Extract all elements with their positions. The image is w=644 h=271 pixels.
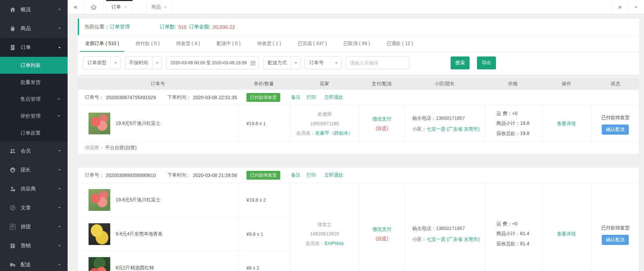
status-tab-to-receive[interactable]: 待收货 ( 1 ) <box>251 36 287 51</box>
users-icon <box>9 148 16 154</box>
tab-orders[interactable]: 订单 × <box>106 0 133 14</box>
delivery-mode-select[interactable]: 配送方式 <box>263 57 301 69</box>
sidebar-item-batch-ship[interactable]: 批量发货 <box>0 74 68 91</box>
price-cell: 运 费：+0 商品小计：19.8 应收总款：19.8 <box>485 105 541 142</box>
supplier-icon <box>9 186 16 192</box>
date-range-input[interactable]: 2020-03-09 00:00 至 2020-03-09 23:59 <box>166 57 259 69</box>
keyword-input[interactable] <box>346 57 409 69</box>
tab-goods[interactable]: 商品 × <box>146 0 172 14</box>
refund-link[interactable]: 立即退款 <box>324 172 343 178</box>
status-tab-cancelled[interactable]: 已取消 ( 49 ) <box>337 36 376 51</box>
sidebar-item-suppliers[interactable]: 供应商 <box>0 179 68 198</box>
print-link[interactable]: 打印 <box>307 94 316 100</box>
price-cell: 运 费：+0 商品小计：61.4 应收总款：61.4 <box>485 183 541 271</box>
remark-link[interactable]: 备注 <box>291 172 301 178</box>
sidebar-item-groupbuy[interactable]: 拼 拼团 <box>0 217 68 236</box>
shipping-value: +0 <box>512 221 517 226</box>
sidebar-item-reviews[interactable]: 评价管理 <box>0 108 68 125</box>
tab-menu-button[interactable]: › <box>628 0 644 14</box>
home-tab-button[interactable] <box>84 0 103 14</box>
sidebar-item-order-settings[interactable]: 订单设置 <box>0 125 68 141</box>
sidebar-subitem-label: 订单列表 <box>20 62 41 69</box>
confirm-delivery-button[interactable]: 确认配送 <box>602 125 629 135</box>
order-type-select[interactable]: 订单类型 <box>83 57 120 69</box>
tab-label: 订单 <box>112 4 121 10</box>
order-items: 19.8元5斤洛川红富士 ¥19.8 x 1 <box>78 105 290 142</box>
status-tab-completed[interactable]: 已完成 ( 437 ) <box>291 36 333 51</box>
sidebar-item-label: 概况 <box>21 6 58 13</box>
status-tab-unpaid[interactable]: 待付款 ( 0 ) <box>129 36 166 51</box>
order-item-row: 19.8元5斤洛川红富士 ¥19.8 x 2 <box>78 183 290 217</box>
operation-cell: 查看详情 <box>541 105 592 142</box>
date-range-value: 2020-03-09 00:00 至 2020-03-09 23:59 <box>170 60 247 66</box>
status-tab-all[interactable]: 全部订单 ( 510 ) <box>79 36 125 51</box>
order-items: 19.8元5斤洛川红富士 ¥19.8 x 2 9.8元4斤东莞本地香蕉 ¥9.8… <box>78 183 290 271</box>
order-body: 19.8元5斤洛川红富士 ¥19.8 x 2 9.8元4斤东莞本地香蕉 ¥9.8… <box>78 183 639 271</box>
groupbuy-icon: 拼 <box>9 224 16 230</box>
sidebar-item-marketing[interactable]: 营销 <box>0 236 68 255</box>
sidebar-item-order-list[interactable]: 订单列表 <box>0 57 68 74</box>
search-button[interactable]: 搜索 <box>451 57 470 69</box>
total-label: 应收总款： <box>497 131 520 136</box>
subtotal-value: 61.4 <box>520 231 529 236</box>
product-image-apples <box>88 189 111 211</box>
print-link[interactable]: 打印 <box>307 172 316 178</box>
chevron-down-icon <box>57 98 60 101</box>
product-name[interactable]: 19.8元5斤洛川红富士 <box>116 120 161 127</box>
payment-cell: 微信支付 (自提) <box>359 183 404 271</box>
view-detail-link[interactable]: 查看详情 <box>557 229 576 239</box>
sidebar: 概况 商品 订单 订单列表 批量发货 售后管理 评价管理 订单设置 <box>0 0 68 271</box>
view-detail-link[interactable]: 查看详情 <box>557 119 576 128</box>
export-button[interactable]: 导出 <box>477 57 496 69</box>
chevron-down-icon <box>152 57 162 69</box>
order-count-label: 订单数: <box>160 24 176 30</box>
chevron-down-icon <box>58 9 61 12</box>
select-value: 配送方式 <box>264 60 291 66</box>
sidebar-item-orders[interactable]: 订单 <box>0 38 68 57</box>
product-name[interactable]: 9.8元4斤东莞本地香蕉 <box>116 231 163 237</box>
order-count-value: 510 <box>178 24 187 30</box>
member-name[interactable]: 史素平（静如水） <box>315 130 353 136</box>
status-tab-delivering[interactable]: 配送中 ( 0 ) <box>211 36 247 51</box>
sidebar-group-orders: 订单 订单列表 批量发货 售后管理 评价管理 订单设置 <box>0 38 68 141</box>
status-tabs: 全部订单 ( 510 ) 待付款 ( 0 ) 待发货 ( 4 ) 配送中 ( 0… <box>78 36 639 52</box>
status-tab-refunded[interactable]: 已退款 ( 12 ) <box>380 36 419 51</box>
order-item-row: 19.8元5斤洛川红富士 ¥19.8 x 1 <box>78 105 290 142</box>
order-header: 订单号： 2020030899356995610 下单时间： 2020-03-0… <box>78 167 639 183</box>
remark-link[interactable]: 备注 <box>291 94 301 100</box>
expand-tabs-right-button[interactable]: » <box>612 0 628 14</box>
status-tab-to-ship[interactable]: 待发货 ( 4 ) <box>170 36 206 51</box>
sidebar-subitem-label: 评价管理 <box>20 113 41 119</box>
close-icon[interactable]: × <box>164 4 167 10</box>
collapse-tabs-left-button[interactable]: « <box>68 0 84 14</box>
order-no-value: 2020030874755491029 <box>106 95 156 100</box>
sidebar-item-overview[interactable]: 概况 <box>0 0 68 19</box>
gift-icon <box>9 243 16 249</box>
community-name[interactable]: 七宝一居 (广东省 东莞市) <box>427 236 480 242</box>
col-header-buyer: 买家 <box>290 78 359 89</box>
member-name[interactable]: EmPress <box>325 241 344 246</box>
leader-phone: 杨生电话：13650171857 <box>412 113 465 123</box>
product-name[interactable]: 19.8元5斤洛川红富士 <box>116 197 161 203</box>
chevron-down-icon <box>58 169 61 172</box>
search-field-select[interactable]: 订单号 <box>305 57 341 69</box>
sidebar-item-leaders[interactable]: 团长 <box>0 160 68 179</box>
time-mode-select[interactable]: 不按时间 <box>125 57 162 69</box>
close-icon[interactable]: × <box>124 4 127 10</box>
sidebar-item-goods[interactable]: 商品 <box>0 19 68 38</box>
product-name[interactable]: 6元2斤精选西红柿 <box>116 265 154 271</box>
chevron-down-icon <box>58 245 61 248</box>
select-value: 订单号 <box>305 60 328 66</box>
sidebar-item-aftersale[interactable]: 售后管理 <box>0 91 68 108</box>
community-name[interactable]: 七宝一居 (广东省 东莞市) <box>427 126 480 132</box>
confirm-delivery-button[interactable]: 确认配送 <box>602 235 629 245</box>
order-card: 订单号： 2020030899356995610 下单时间： 2020-03-0… <box>78 167 639 271</box>
breadcrumb-location[interactable]: 订单管理 <box>110 24 130 30</box>
sidebar-item-members[interactable]: 会员 <box>0 141 68 160</box>
sidebar-item-delivery[interactable]: 配送 <box>0 255 68 271</box>
crown-icon <box>9 167 16 173</box>
refund-link[interactable]: 立即退款 <box>324 94 343 100</box>
order-no-value: 2020030899356995610 <box>106 173 156 178</box>
order-amount-value: 20,030.22 <box>212 24 235 30</box>
sidebar-item-articles[interactable]: 文章 <box>0 198 68 217</box>
